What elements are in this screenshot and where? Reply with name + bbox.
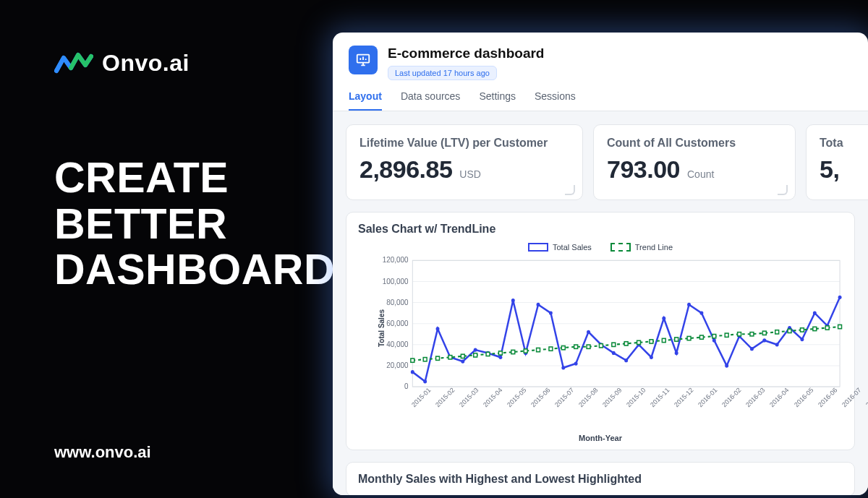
svg-point-23 — [498, 356, 502, 359]
svg-point-20 — [461, 359, 464, 363]
svg-point-47 — [800, 338, 804, 341]
brand-name: Onvo.ai — [102, 50, 190, 77]
svg-rect-79 — [762, 331, 766, 335]
svg-rect-55 — [461, 354, 464, 358]
svg-rect-64 — [574, 345, 578, 348]
svg-rect-81 — [788, 329, 791, 332]
kpi-unit: USD — [459, 168, 481, 180]
svg-rect-66 — [599, 344, 603, 348]
kpi-card-ltv[interactable]: Lifetime Value (LTV) per Customer 2,896.… — [346, 124, 583, 200]
monthly-sales-chart-card[interactable]: Monthly Sales with Highest and Lowest Hi… — [346, 462, 855, 495]
svg-point-35 — [650, 356, 653, 359]
kpi-value: 5, — [820, 155, 839, 184]
last-updated-badge: Last updated 17 hours ago — [388, 66, 497, 80]
svg-rect-53 — [436, 356, 440, 360]
legend-item-trend-line[interactable]: Trend Line — [610, 243, 673, 252]
svg-point-48 — [813, 311, 817, 314]
kpi-card-customer-count[interactable]: Count of All Customers 793.00 Count — [593, 124, 796, 200]
headline-line-1: CREATE — [54, 155, 364, 202]
svg-point-44 — [762, 338, 766, 342]
svg-point-30 — [587, 330, 590, 334]
svg-point-16 — [411, 370, 414, 374]
kpi-row: Lifetime Value (LTV) per Customer 2,896.… — [346, 124, 855, 200]
svg-rect-52 — [423, 358, 427, 361]
svg-text:80,000: 80,000 — [386, 298, 408, 306]
tab-settings[interactable]: Settings — [479, 90, 516, 111]
svg-text:40,000: 40,000 — [386, 340, 408, 348]
kpi-card-total[interactable]: Tota 5, — [806, 124, 868, 200]
svg-point-24 — [511, 299, 515, 302]
chart-plot-area: Total Sales 020,00040,00060,00080,000100… — [380, 256, 843, 400]
resize-handle-icon[interactable] — [565, 185, 575, 195]
kpi-value-row: 5, — [820, 155, 868, 184]
marketing-headline: CREATE BETTER DASHBOARDS — [54, 155, 364, 293]
legend-item-total-sales[interactable]: Total Sales — [528, 243, 592, 252]
chart-x-axis: 2015-012015-022015-032015-042015-052015-… — [410, 403, 843, 431]
sales-chart-card[interactable]: Sales Chart w/ TrendLine Total Sales Tre… — [346, 212, 855, 450]
legend-swatch-dashed-icon — [610, 243, 631, 252]
svg-rect-71 — [662, 338, 665, 342]
svg-point-18 — [436, 327, 440, 330]
svg-rect-84 — [825, 326, 829, 330]
svg-point-33 — [624, 359, 628, 362]
svg-point-37 — [675, 351, 678, 355]
brand-logo-icon — [54, 49, 93, 77]
svg-rect-60 — [524, 349, 527, 353]
svg-point-40 — [712, 338, 716, 342]
svg-rect-73 — [687, 336, 691, 340]
chart-title: Sales Chart w/ TrendLine — [358, 223, 843, 236]
legend-label: Trend Line — [635, 243, 673, 252]
svg-rect-58 — [498, 351, 502, 355]
svg-rect-63 — [561, 346, 565, 350]
kpi-label: Tota — [820, 137, 868, 150]
kpi-label: Lifetime Value (LTV) per Customer — [359, 137, 569, 150]
kpi-label: Count of All Customers — [607, 137, 782, 150]
svg-text:0: 0 — [404, 382, 409, 390]
svg-point-29 — [574, 361, 578, 365]
chart-title: Monthly Sales with Highest and Lowest Hi… — [358, 473, 843, 486]
resize-handle-icon[interactable] — [778, 185, 788, 195]
svg-text:100,000: 100,000 — [383, 277, 409, 285]
svg-rect-72 — [675, 338, 678, 341]
svg-rect-78 — [750, 332, 754, 336]
svg-rect-85 — [838, 325, 842, 328]
svg-point-27 — [549, 311, 553, 314]
svg-rect-76 — [725, 333, 728, 337]
svg-point-26 — [537, 303, 540, 306]
chart-x-axis-label: Month-Year — [358, 434, 843, 442]
chart-y-axis-label: Total Sales — [378, 309, 386, 347]
tab-layout[interactable]: Layout — [349, 90, 382, 111]
marketing-panel: Onvo.ai CREATE BETTER DASHBOARDS www.onv… — [0, 0, 333, 498]
brand-block: Onvo.ai — [54, 49, 190, 77]
svg-rect-74 — [699, 335, 703, 339]
dashboard-window: E-commerce dashboard Last updated 17 hou… — [333, 33, 868, 495]
kpi-value: 793.00 — [607, 155, 680, 184]
svg-rect-62 — [549, 347, 553, 351]
svg-rect-77 — [738, 332, 741, 336]
svg-point-17 — [423, 379, 427, 383]
svg-rect-61 — [537, 348, 540, 351]
kpi-value: 2,896.85 — [359, 155, 452, 184]
chart-svg: 020,00040,00060,00080,000100,000120,000 — [380, 256, 843, 400]
dashboard-header: E-commerce dashboard Last updated 17 hou… — [333, 33, 868, 80]
kpi-value-row: 2,896.85 USD — [359, 155, 569, 184]
svg-point-39 — [699, 311, 703, 314]
svg-rect-68 — [624, 342, 628, 345]
dashboard-title: E-commerce dashboard — [388, 46, 544, 61]
svg-point-28 — [561, 366, 565, 369]
kpi-unit: Count — [687, 168, 714, 180]
svg-rect-51 — [411, 359, 414, 362]
svg-rect-56 — [474, 353, 477, 357]
tab-data-sources[interactable]: Data sources — [401, 90, 460, 111]
legend-label: Total Sales — [553, 243, 592, 252]
svg-rect-57 — [486, 352, 490, 356]
headline-line-3: DASHBOARDS — [54, 247, 364, 293]
svg-text:120,000: 120,000 — [383, 256, 409, 264]
tab-sessions[interactable]: Sessions — [535, 90, 576, 111]
svg-point-41 — [725, 364, 728, 367]
svg-point-21 — [474, 348, 477, 351]
legend-swatch-solid-icon — [528, 243, 548, 252]
headline-line-2: BETTER — [54, 202, 364, 248]
svg-point-45 — [775, 343, 779, 346]
svg-rect-82 — [800, 328, 804, 332]
